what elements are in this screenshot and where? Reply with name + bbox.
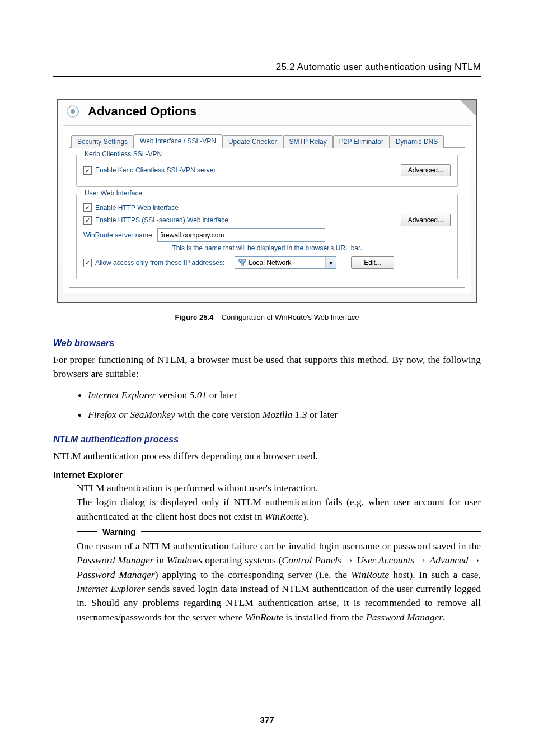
text: version (156, 389, 189, 400)
emph: Internet Explorer (88, 389, 156, 400)
text: or later (307, 409, 338, 420)
combo-allow-access-ip[interactable]: Local Network ▼ (235, 256, 336, 269)
advanced-sslvpn-button[interactable]: Advanced... (401, 164, 451, 176)
para-web-browsers-intro: For proper functioning of NTLM, a browse… (53, 353, 481, 381)
label-enable-http: Enable HTTP Web interface (95, 204, 179, 212)
rule-right (141, 531, 481, 532)
para-ie-2: The login dialog is displayed only if NT… (77, 495, 481, 524)
figure-wrapper: Advanced Options Security Settings Web I… (57, 99, 477, 321)
checkbox-enable-http[interactable]: ✓ (83, 203, 92, 212)
rule-left (77, 531, 97, 532)
text: ). (303, 511, 308, 522)
ie-block: NTLM authentication is performed without… (77, 481, 481, 627)
text: ) applying to the corresponding server (… (155, 569, 351, 580)
gear-icon (65, 104, 80, 119)
figure-caption-number: Figure 25.4 (175, 313, 214, 321)
group-legend-sslvpn: Kerio Clientless SSL-VPN (82, 150, 164, 158)
para-ntlm-intro: NTLM authentication process differs depe… (53, 449, 481, 463)
figure-caption: Figure 25.4 Configuration of WinRoute's … (57, 313, 477, 321)
svg-rect-4 (241, 263, 244, 265)
emph: Password Manager (77, 554, 154, 566)
figure-caption-text: Configuration of WinRoute's Web Interfac… (222, 313, 359, 321)
tab-security-settings[interactable]: Security Settings (71, 135, 134, 148)
emph: User Accounts (357, 554, 414, 566)
warning-label: Warning (102, 526, 135, 538)
window-titlebar: Advanced Options (58, 100, 476, 125)
emph: WinRoute (351, 569, 389, 580)
page-number: 377 (0, 715, 534, 725)
arrow-icon: → (469, 554, 481, 566)
tab-strip: Security Settings Web Interface / SSL-VP… (69, 134, 465, 148)
emph: Internet Explorer (77, 583, 145, 594)
list-item: Firefox or SeaMonkey with the core versi… (88, 408, 481, 422)
svg-rect-2 (239, 259, 242, 262)
label-allow-access-ip: Allow access only from these IP addresse… (95, 259, 224, 267)
warning-bottom-rule (77, 627, 481, 627)
emph: 5.01 (190, 389, 207, 400)
tab-p2p-eliminator[interactable]: P2P Eliminator (333, 135, 390, 148)
tab-update-checker[interactable]: Update Checker (222, 135, 283, 148)
group-legend-user-web: User Web Interface (82, 189, 144, 197)
warning-heading: Warning (77, 526, 481, 538)
emph: WinRoute (265, 511, 303, 522)
advanced-options-window: Advanced Options Security Settings Web I… (57, 99, 477, 303)
text: in (154, 554, 167, 566)
text: or later (207, 389, 237, 400)
arrow-icon: → (341, 554, 357, 566)
emph: Mozilla 1.3 (263, 409, 307, 420)
input-server-name[interactable] (157, 228, 325, 242)
tab-dynamic-dns[interactable]: Dynamic DNS (390, 135, 444, 148)
tab-web-interface-sslvpn[interactable]: Web Interface / SSL-VPN (134, 134, 222, 148)
edit-ip-list-button[interactable]: Edit... (351, 256, 394, 269)
page-curl-decorative (460, 100, 476, 116)
svg-rect-3 (243, 259, 246, 262)
label-server-name: WinRoute server name: (83, 231, 154, 239)
emph: Firefox or SeaMonkey (88, 409, 175, 420)
text: One reason of a NTLM authentication fail… (77, 540, 481, 552)
arrow-icon: → (414, 554, 429, 566)
text: . (443, 612, 445, 623)
warning-body: One reason of a NTLM authentication fail… (77, 539, 481, 624)
heading-web-browsers: Web browsers (53, 338, 481, 348)
local-network-icon (238, 259, 246, 267)
checkbox-enable-https[interactable]: ✓ (83, 216, 92, 225)
text: is installed from the (283, 612, 366, 623)
subheading-internet-explorer: Internet Explorer (53, 470, 481, 480)
emph: Control Panels (282, 554, 341, 566)
text: with the core version (175, 409, 263, 420)
group-user-web-interface: User Web Interface ✓ Enable HTTP Web int… (76, 194, 458, 279)
group-kerio-clientless-sslvpn: Kerio Clientless SSL-VPN ✓ Enable Kerio … (76, 155, 458, 187)
window-title: Advanced Options (88, 104, 196, 119)
running-header: 25.2 Automatic user authentication using… (53, 62, 481, 77)
checkbox-allow-access-ip[interactable]: ✓ (83, 259, 92, 267)
para-ie-1: NTLM authentication is performed without… (77, 481, 481, 495)
text: operating systems ( (202, 554, 282, 566)
emph: Password Manager (366, 612, 443, 623)
list-item: Internet Explorer version 5.01 or later (88, 388, 481, 402)
advanced-user-web-button[interactable]: Advanced... (401, 214, 451, 226)
emph: Advanced (430, 554, 469, 566)
combo-value: Local Network (249, 259, 291, 267)
label-enable-https: Enable HTTPS (SSL-secured) Web interface (95, 216, 228, 224)
emph: WinRoute (245, 612, 283, 623)
emph: Windows (167, 554, 202, 566)
svg-point-1 (71, 109, 75, 114)
tab-pane-web-interface: Kerio Clientless SSL-VPN ✓ Enable Kerio … (69, 147, 465, 288)
browser-list: Internet Explorer version 5.01 or later … (53, 388, 481, 422)
text: host). In such a case, (389, 569, 481, 580)
hint-server-name: This is the name that will be displayed … (83, 244, 451, 252)
label-enable-sslvpn: Enable Kerio Clientless SSL-VPN server (95, 166, 216, 174)
heading-ntlm-process: NTLM authentication process (53, 435, 481, 445)
chevron-down-icon[interactable]: ▼ (325, 257, 336, 268)
tab-smtp-relay[interactable]: SMTP Relay (283, 135, 333, 148)
emph: Password Manager (77, 569, 155, 580)
checkbox-enable-sslvpn[interactable]: ✓ (83, 166, 92, 175)
